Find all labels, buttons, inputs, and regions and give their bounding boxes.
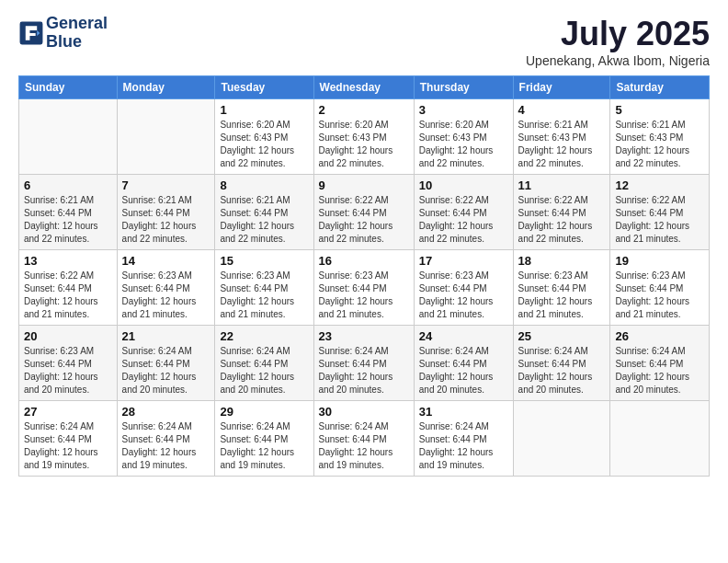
- calendar-week-row: 1Sunrise: 6:20 AM Sunset: 6:43 PM Daylig…: [19, 99, 710, 175]
- day-info: Sunrise: 6:21 AM Sunset: 6:44 PM Dayligh…: [220, 194, 308, 246]
- calendar-week-row: 20Sunrise: 6:23 AM Sunset: 6:44 PM Dayli…: [19, 326, 710, 401]
- day-info: Sunrise: 6:24 AM Sunset: 6:44 PM Dayligh…: [319, 420, 409, 472]
- title-block: July 2025 Upenekang, Akwa Ibom, Nigeria: [526, 15, 710, 68]
- day-number: 6: [24, 178, 112, 192]
- day-number: 21: [122, 329, 210, 343]
- day-number: 18: [518, 254, 606, 268]
- calendar-cell: 27Sunrise: 6:24 AM Sunset: 6:44 PM Dayli…: [19, 401, 118, 477]
- calendar-week-row: 6Sunrise: 6:21 AM Sunset: 6:44 PM Daylig…: [19, 175, 710, 250]
- calendar-cell: 13Sunrise: 6:22 AM Sunset: 6:44 PM Dayli…: [19, 250, 118, 326]
- day-info: Sunrise: 6:23 AM Sunset: 6:44 PM Dayligh…: [122, 270, 210, 321]
- day-info: Sunrise: 6:21 AM Sunset: 6:43 PM Dayligh…: [518, 119, 606, 170]
- calendar-cell: 25Sunrise: 6:24 AM Sunset: 6:44 PM Dayli…: [513, 326, 610, 401]
- day-info: Sunrise: 6:22 AM Sunset: 6:44 PM Dayligh…: [518, 194, 606, 246]
- calendar-cell: 30Sunrise: 6:24 AM Sunset: 6:44 PM Dayli…: [313, 401, 414, 477]
- calendar-cell: 24Sunrise: 6:24 AM Sunset: 6:44 PM Dayli…: [414, 326, 513, 401]
- day-number: 12: [615, 178, 704, 192]
- calendar-cell: 9Sunrise: 6:22 AM Sunset: 6:44 PM Daylig…: [313, 175, 414, 250]
- calendar-cell: 23Sunrise: 6:24 AM Sunset: 6:44 PM Dayli…: [313, 326, 414, 401]
- calendar-cell: 16Sunrise: 6:23 AM Sunset: 6:44 PM Dayli…: [313, 250, 414, 326]
- col-tuesday: Tuesday: [215, 76, 313, 99]
- generalblue-logo-icon: [18, 20, 44, 46]
- day-number: 17: [419, 254, 508, 268]
- day-info: Sunrise: 6:22 AM Sunset: 6:44 PM Dayligh…: [419, 194, 508, 246]
- calendar-cell: 11Sunrise: 6:22 AM Sunset: 6:44 PM Dayli…: [513, 175, 610, 250]
- calendar-cell: 17Sunrise: 6:23 AM Sunset: 6:44 PM Dayli…: [414, 250, 513, 326]
- day-info: Sunrise: 6:24 AM Sunset: 6:44 PM Dayligh…: [319, 345, 409, 396]
- calendar-cell: 12Sunrise: 6:22 AM Sunset: 6:44 PM Dayli…: [610, 175, 710, 250]
- day-number: 24: [419, 329, 508, 343]
- calendar-cell: 4Sunrise: 6:21 AM Sunset: 6:43 PM Daylig…: [513, 99, 610, 175]
- day-info: Sunrise: 6:23 AM Sunset: 6:44 PM Dayligh…: [518, 270, 606, 321]
- calendar-cell: 15Sunrise: 6:23 AM Sunset: 6:44 PM Dayli…: [215, 250, 313, 326]
- col-monday: Monday: [117, 76, 215, 99]
- col-sunday: Sunday: [19, 76, 118, 99]
- day-number: 23: [319, 329, 409, 343]
- day-info: Sunrise: 6:24 AM Sunset: 6:44 PM Dayligh…: [24, 420, 112, 472]
- day-number: 7: [122, 178, 210, 192]
- calendar-cell: 18Sunrise: 6:23 AM Sunset: 6:44 PM Dayli…: [513, 250, 610, 326]
- logo-line1: General: [46, 15, 108, 33]
- day-info: Sunrise: 6:21 AM Sunset: 6:43 PM Dayligh…: [615, 119, 704, 170]
- day-number: 2: [319, 103, 409, 117]
- day-info: Sunrise: 6:24 AM Sunset: 6:44 PM Dayligh…: [518, 345, 606, 396]
- day-number: 27: [24, 405, 112, 419]
- calendar-header-row: Sunday Monday Tuesday Wednesday Thursday…: [19, 76, 710, 99]
- day-info: Sunrise: 6:23 AM Sunset: 6:44 PM Dayligh…: [615, 270, 704, 321]
- col-friday: Friday: [513, 76, 610, 99]
- day-number: 3: [419, 103, 508, 117]
- calendar-week-row: 27Sunrise: 6:24 AM Sunset: 6:44 PM Dayli…: [19, 401, 710, 477]
- day-number: 14: [122, 254, 210, 268]
- calendar-cell: 3Sunrise: 6:20 AM Sunset: 6:43 PM Daylig…: [414, 99, 513, 175]
- day-number: 1: [220, 103, 308, 117]
- day-info: Sunrise: 6:24 AM Sunset: 6:44 PM Dayligh…: [220, 420, 308, 472]
- col-thursday: Thursday: [414, 76, 513, 99]
- col-saturday: Saturday: [610, 76, 710, 99]
- day-info: Sunrise: 6:20 AM Sunset: 6:43 PM Dayligh…: [319, 119, 409, 170]
- day-number: 31: [419, 405, 508, 419]
- calendar-cell: [513, 401, 610, 477]
- logo-text: General Blue: [46, 15, 108, 52]
- logo: General Blue: [18, 15, 108, 52]
- calendar-cell: 14Sunrise: 6:23 AM Sunset: 6:44 PM Dayli…: [117, 250, 215, 326]
- day-info: Sunrise: 6:21 AM Sunset: 6:44 PM Dayligh…: [24, 194, 112, 246]
- calendar-cell: [117, 99, 215, 175]
- day-number: 11: [518, 178, 606, 192]
- day-info: Sunrise: 6:20 AM Sunset: 6:43 PM Dayligh…: [419, 119, 508, 170]
- day-info: Sunrise: 6:24 AM Sunset: 6:44 PM Dayligh…: [122, 420, 210, 472]
- day-number: 15: [220, 254, 308, 268]
- day-info: Sunrise: 6:20 AM Sunset: 6:43 PM Dayligh…: [220, 119, 308, 170]
- calendar-cell: 29Sunrise: 6:24 AM Sunset: 6:44 PM Dayli…: [215, 401, 313, 477]
- calendar-cell: 19Sunrise: 6:23 AM Sunset: 6:44 PM Dayli…: [610, 250, 710, 326]
- calendar-cell: 6Sunrise: 6:21 AM Sunset: 6:44 PM Daylig…: [19, 175, 118, 250]
- calendar-cell: 7Sunrise: 6:21 AM Sunset: 6:44 PM Daylig…: [117, 175, 215, 250]
- day-info: Sunrise: 6:22 AM Sunset: 6:44 PM Dayligh…: [319, 194, 409, 246]
- day-info: Sunrise: 6:24 AM Sunset: 6:44 PM Dayligh…: [419, 420, 508, 472]
- day-number: 10: [419, 178, 508, 192]
- page: General Blue July 2025 Upenekang, Akwa I…: [0, 0, 728, 563]
- day-info: Sunrise: 6:24 AM Sunset: 6:44 PM Dayligh…: [122, 345, 210, 396]
- day-number: 19: [615, 254, 704, 268]
- calendar-cell: 8Sunrise: 6:21 AM Sunset: 6:44 PM Daylig…: [215, 175, 313, 250]
- location-subtitle: Upenekang, Akwa Ibom, Nigeria: [526, 53, 710, 68]
- day-info: Sunrise: 6:24 AM Sunset: 6:44 PM Dayligh…: [419, 345, 508, 396]
- day-number: 9: [319, 178, 409, 192]
- day-info: Sunrise: 6:24 AM Sunset: 6:44 PM Dayligh…: [615, 345, 704, 396]
- calendar-cell: 22Sunrise: 6:24 AM Sunset: 6:44 PM Dayli…: [215, 326, 313, 401]
- calendar-cell: 2Sunrise: 6:20 AM Sunset: 6:43 PM Daylig…: [313, 99, 414, 175]
- calendar-cell: 1Sunrise: 6:20 AM Sunset: 6:43 PM Daylig…: [215, 99, 313, 175]
- day-number: 4: [518, 103, 606, 117]
- calendar-cell: 10Sunrise: 6:22 AM Sunset: 6:44 PM Dayli…: [414, 175, 513, 250]
- calendar-cell: [610, 401, 710, 477]
- calendar-week-row: 13Sunrise: 6:22 AM Sunset: 6:44 PM Dayli…: [19, 250, 710, 326]
- day-number: 22: [220, 329, 308, 343]
- logo-line2: Blue: [46, 33, 108, 52]
- calendar-cell: [19, 99, 118, 175]
- col-wednesday: Wednesday: [313, 76, 414, 99]
- day-number: 29: [220, 405, 308, 419]
- calendar-cell: 20Sunrise: 6:23 AM Sunset: 6:44 PM Dayli…: [19, 326, 118, 401]
- calendar-cell: 26Sunrise: 6:24 AM Sunset: 6:44 PM Dayli…: [610, 326, 710, 401]
- day-info: Sunrise: 6:23 AM Sunset: 6:44 PM Dayligh…: [24, 345, 112, 396]
- day-info: Sunrise: 6:23 AM Sunset: 6:44 PM Dayligh…: [220, 270, 308, 321]
- day-info: Sunrise: 6:22 AM Sunset: 6:44 PM Dayligh…: [24, 270, 112, 321]
